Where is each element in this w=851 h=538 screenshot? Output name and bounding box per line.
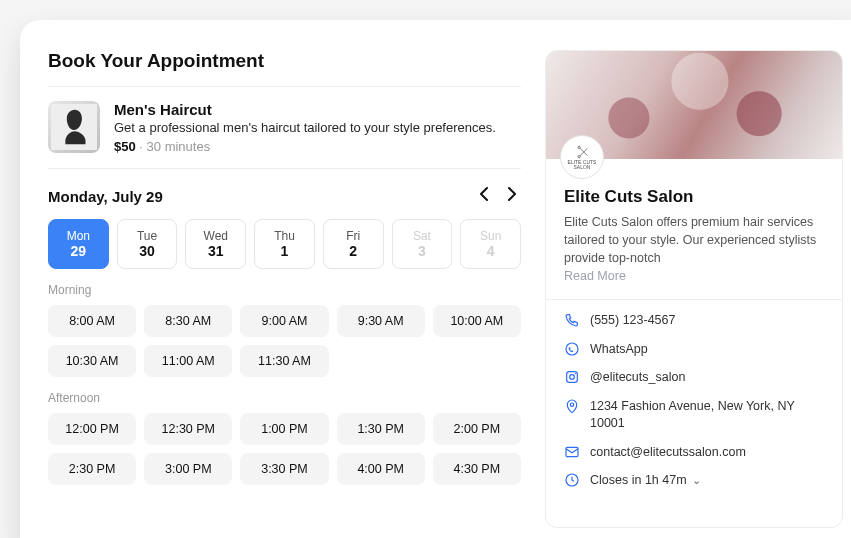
afternoon-slots: 12:00 PM12:30 PM1:00 PM1:30 PM2:00 PM2:3… [48,413,521,485]
time-slot[interactable]: 4:00 PM [337,453,425,485]
contact-instagram[interactable]: @elitecuts_salon [564,369,824,387]
day-cell: Sun4 [460,219,521,269]
business-contacts: (555) 123-4567 WhatsApp @elitecuts_salon… [546,300,842,506]
day-cell: Sat3 [392,219,453,269]
time-slot[interactable]: 2:30 PM [48,453,136,485]
chevron-right-icon [507,187,517,201]
service-duration: 30 minutes [147,139,211,154]
svg-point-1 [566,343,578,355]
day-of-week: Mon [67,229,90,243]
service-name: Men's Haircut [114,101,521,118]
business-panel: ELITE CUTS SALON Elite Cuts Salon Elite … [545,50,843,528]
chevron-down-icon: ⌄ [692,474,701,486]
whatsapp-icon [564,341,580,357]
service-avatar [48,101,100,153]
time-slot[interactable]: 2:00 PM [433,413,521,445]
time-slot[interactable]: 10:30 AM [48,345,136,377]
phone-text: (555) 123-4567 [590,312,675,330]
contact-whatsapp[interactable]: WhatsApp [564,341,824,359]
day-of-week: Sat [413,229,431,243]
day-cell[interactable]: Tue30 [117,219,178,269]
meta-separator: · [139,139,143,154]
time-slot[interactable]: 8:30 AM [144,305,232,337]
business-cover-image: ELITE CUTS SALON [546,51,842,159]
address-text: 1234 Fashion Avenue, New York, NY 10001 [590,398,824,433]
time-slot[interactable]: 8:00 AM [48,305,136,337]
read-more-link[interactable]: Read More [564,269,824,283]
svg-point-5 [570,403,573,406]
service-price: $50 [114,139,136,154]
service-description: Get a professional men's haircut tailore… [114,120,521,135]
chevron-left-icon [479,187,489,201]
contact-phone[interactable]: (555) 123-4567 [564,312,824,330]
next-week-button[interactable] [503,185,521,207]
time-slot[interactable]: 10:00 AM [433,305,521,337]
time-slot[interactable]: 1:00 PM [240,413,328,445]
day-picker: Mon29Tue30Wed31Thu1Fri2Sat3Sun4 [48,219,521,269]
day-number: 1 [281,243,289,259]
day-number: 30 [139,243,155,259]
day-of-week: Sun [480,229,501,243]
hours-value: Closes in 1h 47m [590,473,687,487]
day-of-week: Tue [137,229,157,243]
date-row: Monday, July 29 [48,185,521,207]
day-cell[interactable]: Fri2 [323,219,384,269]
time-slot[interactable]: 12:30 PM [144,413,232,445]
service-block: Men's Haircut Get a professional men's h… [48,87,521,169]
instagram-icon [564,369,580,385]
time-slot[interactable]: 1:30 PM [337,413,425,445]
service-body: Men's Haircut Get a professional men's h… [114,101,521,154]
person-silhouette-icon [51,104,97,150]
afternoon-label: Afternoon [48,391,521,405]
mail-icon [564,444,580,460]
whatsapp-text: WhatsApp [590,341,648,359]
contact-hours[interactable]: Closes in 1h 47m ⌄ [564,472,824,490]
hours-text: Closes in 1h 47m ⌄ [590,472,701,490]
email-text: contact@elitecutssalon.com [590,444,746,462]
day-cell[interactable]: Thu1 [254,219,315,269]
time-slot[interactable]: 9:00 AM [240,305,328,337]
day-cell[interactable]: Wed31 [185,219,246,269]
day-cell[interactable]: Mon29 [48,219,109,269]
svg-point-4 [575,373,576,374]
time-slot[interactable]: 3:30 PM [240,453,328,485]
prev-week-button[interactable] [475,185,493,207]
morning-slots: 8:00 AM8:30 AM9:00 AM9:30 AM10:00 AM10:3… [48,305,521,377]
day-number: 31 [208,243,224,259]
day-of-week: Fri [346,229,360,243]
day-number: 29 [71,243,87,259]
page-title: Book Your Appointment [48,50,521,87]
business-description: Elite Cuts Salon offers premium hair ser… [564,213,824,267]
week-nav [475,185,521,207]
instagram-text: @elitecuts_salon [590,369,685,387]
scissors-icon [575,145,589,159]
contact-email[interactable]: contact@elitecutssalon.com [564,444,824,462]
time-slot[interactable]: 3:00 PM [144,453,232,485]
day-of-week: Wed [204,229,228,243]
booking-card: Book Your Appointment Men's Haircut Get … [20,20,851,538]
phone-icon [564,312,580,328]
time-slot[interactable]: 4:30 PM [433,453,521,485]
business-name: Elite Cuts Salon [564,187,824,207]
time-slot[interactable]: 9:30 AM [337,305,425,337]
service-meta: $50 · 30 minutes [114,139,521,154]
day-number: 2 [349,243,357,259]
time-slot[interactable]: 11:30 AM [240,345,328,377]
day-number: 4 [487,243,495,259]
selected-date-label: Monday, July 29 [48,188,163,205]
logo-text: ELITE CUTS SALON [568,160,597,170]
business-info: Elite Cuts Salon Elite Cuts Salon offers… [546,159,842,300]
time-slot[interactable]: 12:00 PM [48,413,136,445]
contact-address[interactable]: 1234 Fashion Avenue, New York, NY 10001 [564,398,824,433]
day-of-week: Thu [274,229,295,243]
morning-label: Morning [48,283,521,297]
day-number: 3 [418,243,426,259]
time-slot[interactable]: 11:00 AM [144,345,232,377]
business-logo: ELITE CUTS SALON [560,135,604,179]
map-pin-icon [564,398,580,414]
clock-icon [564,472,580,488]
booking-left-pane: Book Your Appointment Men's Haircut Get … [48,50,521,528]
svg-point-3 [570,375,575,380]
